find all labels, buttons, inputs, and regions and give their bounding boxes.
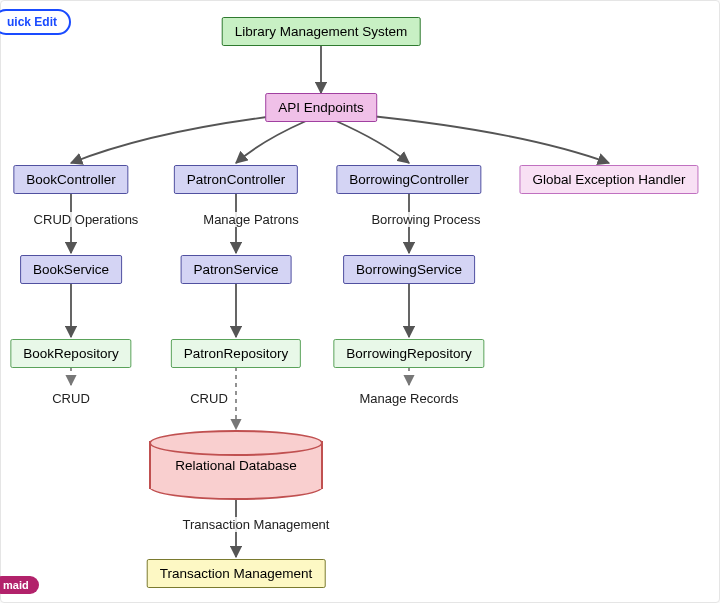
node-book-repository[interactable]: BookRepository (10, 339, 131, 368)
node-patron-repository[interactable]: PatronRepository (171, 339, 301, 368)
node-api-endpoints[interactable]: API Endpoints (265, 93, 377, 122)
node-borrowing-controller[interactable]: BorrowingController (336, 165, 481, 194)
edge-label-borrow-records: Manage Records (358, 391, 461, 406)
edge-label-patron-ops: Manage Patrons (201, 212, 300, 227)
node-book-controller[interactable]: BookController (13, 165, 128, 194)
node-root[interactable]: Library Management System (222, 17, 421, 46)
node-patron-service[interactable]: PatronService (181, 255, 292, 284)
edges-layer (1, 1, 720, 603)
node-patron-controller[interactable]: PatronController (174, 165, 298, 194)
diagram-canvas[interactable]: uick Edit maid (0, 0, 720, 603)
edge-label-borrow-ops: Borrowing Process (369, 212, 482, 227)
node-exception-handler[interactable]: Global Exception Handler (519, 165, 698, 194)
node-database[interactable]: Relational Database (149, 441, 323, 489)
edge-label-txn-mgmt: Transaction Management (181, 517, 332, 532)
edge-label-book-crud: CRUD (50, 391, 92, 406)
quick-edit-button[interactable]: uick Edit (0, 9, 71, 35)
node-borrowing-repository[interactable]: BorrowingRepository (333, 339, 484, 368)
node-transaction-mgmt[interactable]: Transaction Management (147, 559, 326, 588)
edge-label-book-ops: CRUD Operations (32, 212, 141, 227)
node-database-label: Relational Database (175, 458, 297, 473)
mermaid-badge: maid (0, 576, 39, 594)
node-book-service[interactable]: BookService (20, 255, 122, 284)
node-borrowing-service[interactable]: BorrowingService (343, 255, 475, 284)
edge-label-patron-crud: CRUD (188, 391, 230, 406)
